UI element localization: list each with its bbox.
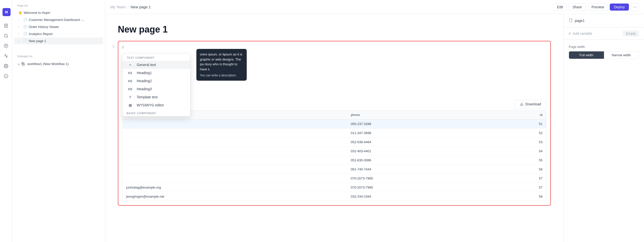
- template-text-label: Template text: [137, 95, 158, 99]
- table-row[interactable]: 011-347-3698 52: [123, 129, 546, 138]
- cell-id: 53: [493, 138, 546, 147]
- sidebar-item-welcome[interactable]: 👋 Welcome to Hops!: [14, 9, 103, 16]
- avatar[interactable]: M: [3, 8, 11, 16]
- page-name-newpage1: New page 1: [29, 39, 99, 43]
- page-width-section: Page width Full width Narrow width: [564, 40, 644, 64]
- nav-workflow-icon[interactable]: [2, 51, 11, 60]
- cell-phone: 055-237-3288: [347, 119, 493, 129]
- heading1-icon: H1: [127, 71, 134, 75]
- cell-phone: 070-2073-7965: [347, 174, 493, 183]
- block-editor[interactable]: ⠿ / Text component ≡ General text H1 Hea…: [118, 41, 551, 206]
- cell-email: [123, 174, 347, 183]
- more-options-button[interactable]: ···: [631, 3, 639, 11]
- svg-line-5: [7, 37, 8, 37]
- page-name-welcome: Welcome to Hops!: [24, 11, 99, 15]
- basic-section-label: Basic component: [123, 109, 190, 116]
- workflow-elephant-icon: 🐘: [21, 62, 26, 66]
- dropdown-item-wysiwyg[interactable]: ▤ WYSIWYG editor: [123, 101, 190, 109]
- heading1-label: Heading1: [137, 71, 152, 75]
- add-variable-label[interactable]: Add variable: [573, 32, 621, 36]
- cell-email: [123, 138, 347, 147]
- chevron-right-icon: ›: [18, 62, 19, 66]
- table-row[interactable]: 051-630-3086 55: [123, 156, 546, 165]
- preview-button[interactable]: Preview: [588, 3, 608, 11]
- dropdown-item-heading2[interactable]: H2 Heading2: [123, 77, 190, 85]
- edit-button[interactable]: Edit: [553, 3, 567, 11]
- cell-phone: 061-740-7444: [347, 165, 493, 174]
- table-row[interactable]: 055-237-3288 51: [123, 119, 546, 129]
- topbar: My Team / New page 1 Edit Share Preview …: [105, 0, 644, 14]
- svg-point-6: [5, 66, 7, 67]
- subpage-item-workflow1[interactable]: › 🐘 workflow1 (New Workflow 1): [14, 60, 103, 68]
- table-row[interactable]: 031-403-4401 54: [123, 147, 546, 156]
- table-row[interactable]: 061-740-7444 56: [123, 165, 546, 174]
- page-doc-icon: 📄: [23, 32, 27, 36]
- cell-email: junhobag@example.org: [123, 183, 347, 192]
- subpage-list-label: Subpage list: [12, 51, 105, 60]
- breadcrumb-sep: /: [128, 5, 129, 9]
- cell-id: 58: [493, 192, 546, 201]
- page-list: 👋 Welcome to Hops! › 📄 Customer Manageme…: [12, 9, 105, 45]
- cell-phone: 070-2073-7965: [347, 183, 493, 192]
- right-sidebar-header: page1: [564, 14, 644, 27]
- general-text-label: General text: [137, 63, 156, 67]
- heading2-icon: H2: [127, 79, 134, 83]
- component-dropdown: Text component ≡ General text H1 Heading…: [122, 53, 190, 116]
- welcome-emoji-icon: 👋: [18, 11, 22, 15]
- nav-ai-icon[interactable]: [2, 72, 11, 81]
- page-width-label: Page width: [569, 45, 639, 49]
- sidebar-item-order[interactable]: › 📄 Order History Viewer: [14, 23, 103, 30]
- page-doc-icon: 📄: [23, 39, 27, 43]
- cell-id: 57: [493, 183, 546, 192]
- cell-phone: 011-347-3698: [347, 129, 493, 138]
- share-button[interactable]: Share: [569, 3, 586, 11]
- cell-email: jeonghogim@example.net: [123, 192, 347, 201]
- page-title: New page 1: [118, 24, 551, 35]
- table-row[interactable]: jeonghogim@example.net 032-244-1584 58: [123, 192, 546, 201]
- nav-search-icon[interactable]: [2, 31, 11, 40]
- dropdown-item-heading3[interactable]: H3 Heading3: [123, 85, 190, 93]
- sidebar-item-analytics[interactable]: › 📄 Analytics Report: [14, 31, 103, 37]
- download-icon: [520, 102, 523, 106]
- breadcrumb: My Team / New page 1: [110, 5, 551, 9]
- deploy-button[interactable]: Deploy: [610, 4, 629, 11]
- breadcrumb-team[interactable]: My Team: [110, 5, 126, 9]
- narrow-width-button[interactable]: Narrow width: [604, 51, 639, 59]
- nav-pages-icon[interactable]: [2, 21, 11, 30]
- cell-phone: 031-403-4401: [347, 147, 493, 156]
- full-width-button[interactable]: Full width: [569, 51, 604, 59]
- tooltip-main-text: orem ipsum, or lipsum as it is graphic o…: [200, 52, 243, 72]
- page-name-analytics: Analytics Report: [29, 32, 99, 36]
- slash-command-text: /: [122, 45, 123, 49]
- hash-icon: #: [569, 32, 571, 36]
- cell-email: [123, 165, 347, 174]
- page-list-label: Page list: [12, 0, 105, 9]
- tooltip-hint-text: You can write a description.: [200, 73, 243, 78]
- drag-handle-icon[interactable]: ⠿: [112, 45, 115, 48]
- cell-phone: 051-630-3086: [347, 156, 493, 165]
- icon-nav: M: [0, 0, 12, 242]
- table-row[interactable]: 052-636-4464 53: [123, 138, 546, 147]
- chevron-right-icon: ›: [18, 18, 22, 21]
- template-text-icon: T: [127, 95, 134, 99]
- file-icon: [569, 18, 573, 23]
- text-section-label: Text component: [123, 54, 190, 61]
- wysiwyg-icon: ▤: [127, 103, 134, 107]
- heading3-label: Heading3: [137, 87, 152, 91]
- nav-rocket-icon[interactable]: [2, 41, 11, 50]
- page-name-customer: Customer Management Dashboard -...: [29, 18, 99, 22]
- table-row[interactable]: 070-2073-7965 57: [123, 174, 546, 183]
- cell-email: [123, 156, 347, 165]
- dropdown-item-heading1[interactable]: H1 Heading1: [123, 69, 190, 77]
- chevron-right-icon: ›: [18, 33, 22, 35]
- left-sidebar: Page list 👋 Welcome to Hops! › 📄 Custome…: [12, 0, 105, 242]
- dropdown-item-template-text[interactable]: T Template text: [123, 93, 190, 101]
- dropdown-item-general-text[interactable]: ≡ General text: [123, 61, 190, 69]
- nav-settings-icon[interactable]: [2, 62, 11, 71]
- cell-id: 57: [493, 174, 546, 183]
- sidebar-item-customer[interactable]: › 📄 Customer Management Dashboard -...: [14, 16, 103, 23]
- download-button[interactable]: Download: [515, 100, 546, 108]
- cell-id: 52: [493, 129, 546, 138]
- sidebar-item-newpage1[interactable]: › 📄 New page 1: [14, 38, 103, 44]
- table-row[interactable]: junhobag@example.org 070-2073-7965 57: [123, 183, 546, 192]
